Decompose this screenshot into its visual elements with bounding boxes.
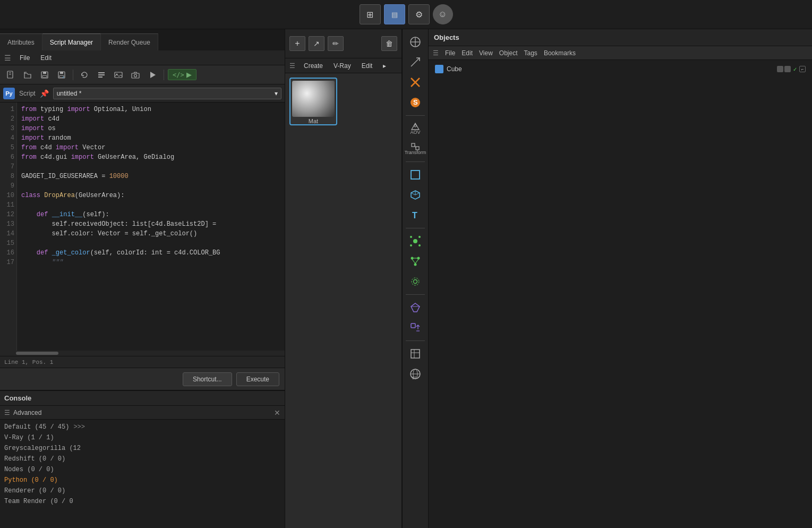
- svg-point-37: [410, 236, 412, 238]
- svg-rect-5: [42, 75, 47, 78]
- tab-script-manager[interactable]: Script Manager: [42, 33, 101, 50]
- new-file-btn[interactable]: [3, 68, 18, 82]
- console-close-btn[interactable]: ✕: [274, 408, 280, 417]
- svg-rect-60: [437, 66, 442, 72]
- svg-point-43: [414, 263, 417, 266]
- save-as-btn[interactable]: +: [54, 68, 69, 82]
- rect-icon[interactable]: [405, 165, 426, 184]
- layout-btn-face[interactable]: ☺: [433, 4, 453, 24]
- gear2-icon[interactable]: [405, 272, 426, 291]
- console-prompt: >>>: [73, 422, 85, 432]
- revert-btn[interactable]: [77, 68, 92, 82]
- object-status-icons: ✓ ⌐: [777, 66, 806, 72]
- svg-point-38: [418, 236, 421, 238]
- cube3d-icon[interactable]: [405, 185, 426, 205]
- objects-menu-tags[interactable]: Tags: [524, 49, 537, 57]
- svg-point-42: [417, 257, 420, 260]
- dropdown-arrow: ▾: [275, 90, 278, 97]
- mat-create[interactable]: Create: [302, 61, 325, 71]
- arrow-btn[interactable]: ↗: [309, 36, 324, 51]
- image-btn[interactable]: [111, 68, 126, 82]
- sidebar-div-2: [406, 161, 425, 162]
- console-line-python: Python (0 / 0): [4, 475, 280, 486]
- open-file-btn[interactable]: [20, 68, 35, 82]
- svg-line-33: [411, 193, 415, 195]
- console-menu-icon[interactable]: ☰: [4, 409, 10, 416]
- objects-menu-edit[interactable]: Edit: [461, 49, 473, 57]
- tab-render-queue[interactable]: Render Queue: [101, 33, 158, 50]
- code-editor[interactable]: 12345 678910 1112131415 1617 from typing…: [0, 103, 285, 368]
- mat-vray[interactable]: V-Ray: [331, 61, 353, 71]
- shortcut-button[interactable]: Shortcut...: [183, 372, 232, 386]
- select2-icon[interactable]: [405, 232, 426, 251]
- objects-menu-icon[interactable]: ☰: [433, 49, 439, 57]
- svg-point-36: [413, 239, 417, 243]
- objects-menu-bookmarks[interactable]: Bookmarks: [544, 49, 576, 57]
- tab-attributes[interactable]: Attributes: [0, 33, 42, 50]
- objects-header: Objects: [429, 29, 812, 46]
- svg-line-21: [411, 58, 420, 66]
- svg-rect-31: [411, 171, 420, 179]
- execute-button[interactable]: Execute: [236, 372, 279, 386]
- material-preview: [292, 81, 335, 117]
- svg-point-41: [411, 257, 414, 260]
- globe-icon[interactable]: 5T: [405, 364, 426, 384]
- edit-material-btn[interactable]: ✏: [328, 36, 344, 51]
- move-icon[interactable]: [405, 32, 426, 52]
- script-list-btn[interactable]: [94, 68, 109, 82]
- layout-btn-3[interactable]: ⚙: [408, 4, 430, 24]
- delete-material-btn[interactable]: 🗑: [381, 36, 397, 51]
- rotate-icon[interactable]: [405, 73, 426, 92]
- text-icon[interactable]: T: [405, 206, 426, 225]
- console-line-1: V-Ray (1 / 1): [4, 432, 280, 443]
- scroll-thumb[interactable]: [16, 352, 58, 355]
- svg-text:5T: 5T: [412, 376, 417, 380]
- script-menu-bar: ☰ File Edit: [0, 50, 285, 65]
- python-icon: Py: [3, 88, 15, 99]
- upload-icon[interactable]: [405, 318, 426, 337]
- box-icon[interactable]: [405, 344, 426, 363]
- svg-rect-28: [412, 143, 415, 147]
- svg-point-26: [414, 125, 416, 127]
- horizontal-scrollbar[interactable]: [0, 351, 285, 356]
- console-line-0: Default (45 / 45): [4, 422, 69, 432]
- layout-btn-1[interactable]: ⊞: [360, 4, 381, 24]
- node-icon[interactable]: [405, 252, 426, 271]
- svg-rect-4: [43, 72, 46, 74]
- save-file-btn[interactable]: [37, 68, 52, 82]
- script-filename-dropdown[interactable]: untitled * ▾: [53, 88, 281, 99]
- objects-menu-view[interactable]: View: [479, 49, 493, 57]
- menu-file[interactable]: File: [18, 53, 32, 63]
- layout-btn-2[interactable]: ▤: [384, 4, 405, 24]
- mat-menu-icon[interactable]: ☰: [289, 62, 295, 70]
- camera-btn[interactable]: [128, 68, 143, 82]
- objects-menu-object[interactable]: Object: [499, 49, 518, 57]
- scale-icon[interactable]: [405, 53, 426, 72]
- sidebar-div-3: [406, 228, 425, 228]
- add-material-btn[interactable]: +: [289, 36, 305, 51]
- object-item-cube[interactable]: Cube ✓ ⌐: [431, 62, 810, 76]
- play-btn[interactable]: [145, 68, 160, 82]
- console-line-3: Redshift (0 / 0): [4, 454, 280, 464]
- mat-more[interactable]: ▸: [381, 61, 388, 71]
- gem-icon[interactable]: [405, 298, 426, 317]
- objects-content: Cube ✓ ⌐: [429, 60, 812, 528]
- code-lines[interactable]: from typing import Optional, Union impor…: [17, 103, 285, 351]
- run-script-btn[interactable]: </> ▶: [168, 69, 196, 80]
- bottom-buttons: Shortcut... Execute: [0, 368, 285, 390]
- objects-menu-file[interactable]: File: [445, 49, 455, 57]
- aov-icon[interactable]: AOV: [405, 119, 426, 138]
- transform-icon[interactable]: Transform: [405, 139, 426, 158]
- console-title: Console: [4, 394, 31, 402]
- menu-edit[interactable]: Edit: [38, 53, 54, 63]
- select-icon[interactable]: S: [405, 93, 426, 112]
- svg-text:+: +: [62, 75, 64, 79]
- pin-icon[interactable]: 📌: [40, 89, 49, 98]
- console-toolbar: ☰ Advanced ✕: [0, 406, 285, 420]
- console-line-2: Greyscalegorilla (12: [4, 443, 280, 454]
- svg-point-40: [418, 244, 421, 246]
- mat-edit[interactable]: Edit: [360, 61, 375, 71]
- menu-icon[interactable]: ☰: [4, 54, 11, 62]
- objects-panel: Objects ☰ File Edit View Object Tags Boo…: [429, 29, 812, 528]
- material-item-mat[interactable]: Mat: [289, 78, 337, 125]
